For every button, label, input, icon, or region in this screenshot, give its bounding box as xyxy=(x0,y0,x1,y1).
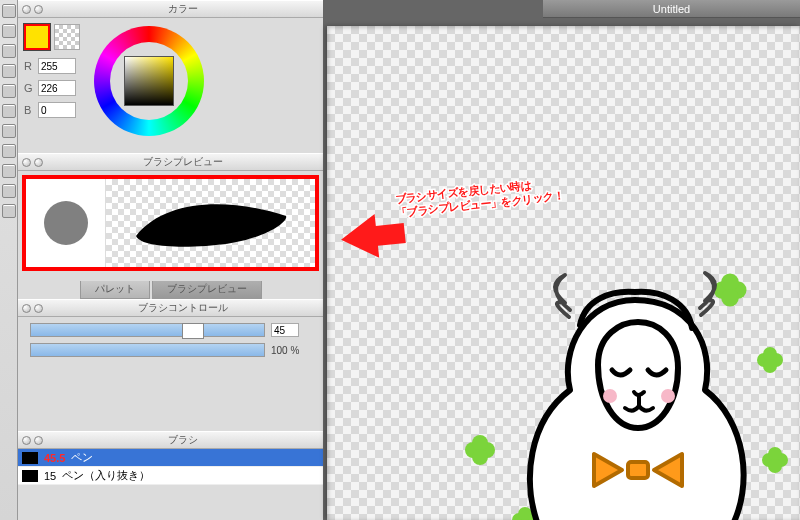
svg-rect-22 xyxy=(628,462,648,478)
brush-tip-circle xyxy=(44,201,88,245)
tool-button[interactable] xyxy=(2,164,16,178)
spacer xyxy=(18,369,323,429)
side-panels: カラー R G B xyxy=(18,0,323,520)
brush-list-panel: ブラシ 45.5 ペン 15 ペン（入り抜き） xyxy=(18,429,323,485)
brush-preview-title: ブラシプレビュー xyxy=(46,155,319,169)
brush-list-title: ブラシ xyxy=(46,433,319,447)
g-label: G xyxy=(24,82,34,94)
svg-point-3 xyxy=(472,449,488,465)
close-icon[interactable] xyxy=(22,436,31,445)
brush-name-label: ペン（入り抜き） xyxy=(62,468,150,483)
tool-button[interactable] xyxy=(2,124,16,138)
brush-preview-header: ブラシプレビュー xyxy=(18,153,323,171)
brush-chip-icon xyxy=(22,452,38,464)
opacity-slider[interactable] xyxy=(30,343,265,357)
brush-tip-preview xyxy=(26,179,106,267)
tab-brush-preview[interactable]: ブラシプレビュー xyxy=(152,279,262,299)
slider-thumb[interactable] xyxy=(182,323,204,339)
preview-tabs: パレット ブラシプレビュー xyxy=(18,279,323,299)
canvas-drawing xyxy=(410,230,800,520)
svg-point-11 xyxy=(721,289,739,307)
svg-point-20 xyxy=(603,389,617,403)
tool-button[interactable] xyxy=(2,24,16,38)
collapse-icon[interactable] xyxy=(34,304,43,313)
svg-point-19 xyxy=(768,459,782,473)
brush-size-label: 45.5 xyxy=(44,452,65,464)
tool-button[interactable] xyxy=(2,44,16,58)
tool-button[interactable] xyxy=(2,104,16,118)
svg-point-10 xyxy=(721,274,739,292)
close-icon[interactable] xyxy=(22,158,31,167)
background-color-swatch[interactable] xyxy=(54,24,80,50)
r-label: R xyxy=(24,60,34,72)
tool-button[interactable] xyxy=(2,184,16,198)
brush-control-header: ブラシコントロール xyxy=(18,299,323,317)
brush-preview-panel xyxy=(18,171,323,281)
brush-item[interactable]: 45.5 ペン xyxy=(18,449,323,467)
tool-button[interactable] xyxy=(2,144,16,158)
b-label: B xyxy=(24,104,34,116)
svg-point-15 xyxy=(763,359,777,373)
color-panel-header: カラー xyxy=(18,0,323,18)
svg-point-18 xyxy=(768,447,782,461)
brush-name-label: ペン xyxy=(71,450,93,465)
brush-control-panel: 100 % xyxy=(18,317,323,369)
tool-palette xyxy=(0,0,18,520)
tool-button[interactable] xyxy=(2,84,16,98)
canvas-area: Untitled xyxy=(323,0,800,520)
sv-box[interactable] xyxy=(124,56,174,106)
brush-list-header: ブラシ xyxy=(18,431,323,449)
close-icon[interactable] xyxy=(22,5,31,14)
canvas[interactable] xyxy=(327,26,800,520)
size-slider[interactable] xyxy=(30,323,265,337)
brush-control-title: ブラシコントロール xyxy=(46,301,319,315)
document-tab[interactable]: Untitled xyxy=(543,0,800,18)
close-icon[interactable] xyxy=(22,304,31,313)
brush-chip-icon xyxy=(22,470,38,482)
tool-button[interactable] xyxy=(2,64,16,78)
color-wheel[interactable] xyxy=(94,26,204,136)
opacity-value: 100 % xyxy=(271,345,311,356)
brush-stroke-preview xyxy=(106,179,315,267)
collapse-icon[interactable] xyxy=(34,436,43,445)
collapse-icon[interactable] xyxy=(34,5,43,14)
brush-item[interactable]: 15 ペン（入り抜き） xyxy=(18,467,323,485)
svg-point-21 xyxy=(661,389,675,403)
color-panel: R G B xyxy=(18,18,323,153)
b-input[interactable] xyxy=(38,102,76,118)
r-input[interactable] xyxy=(38,58,76,74)
stroke-icon xyxy=(121,188,301,258)
tool-button[interactable] xyxy=(2,204,16,218)
svg-point-2 xyxy=(472,435,488,451)
foreground-color-swatch[interactable] xyxy=(24,24,50,50)
collapse-icon[interactable] xyxy=(34,158,43,167)
color-panel-title: カラー xyxy=(46,2,319,16)
tool-button[interactable] xyxy=(2,4,16,18)
tab-palette[interactable]: パレット xyxy=(80,279,150,299)
brush-preview-box[interactable] xyxy=(22,175,319,271)
brush-size-label: 15 xyxy=(44,470,56,482)
svg-point-6 xyxy=(518,507,532,520)
g-input[interactable] xyxy=(38,80,76,96)
size-input[interactable] xyxy=(271,323,299,337)
svg-point-14 xyxy=(763,347,777,361)
